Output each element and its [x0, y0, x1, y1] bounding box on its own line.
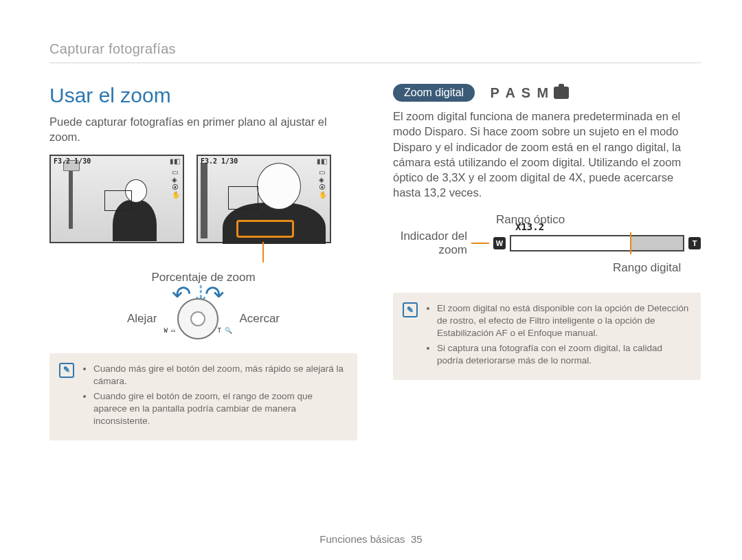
note-item: Si captura una fotografía con el zoom di…: [437, 342, 690, 367]
t-cap-icon: T: [688, 237, 701, 249]
zoom-dial-row: Alejar ↶ ⇣ ↷ W ▭ T 🔍 Acercar: [49, 298, 357, 339]
leader-line: [262, 242, 264, 262]
label-zoom-out: Alejar: [127, 312, 157, 326]
scene-mode-icon: [554, 87, 569, 99]
dial-t-label: T 🔍: [218, 327, 233, 334]
page-footer: Funciones básicas 35: [0, 533, 742, 545]
intro-text: Puede capturar fotografías en primer pla…: [49, 114, 357, 145]
screen-side-icons: ▭◈⦿✋: [319, 168, 327, 199]
zoom-range-diagram: Rango óptico Indicador del zoom W X13.2 …: [393, 213, 701, 275]
zoom-range-bar: X13.2: [510, 235, 684, 251]
label-zoom-in: Acercar: [239, 312, 280, 326]
zoom-dial: W ▭ T 🔍: [177, 298, 218, 339]
screen-side-icons: ▭◈⦿✋: [172, 168, 180, 199]
note-box-left: ✎ Cuando más gire el botón del zoom, más…: [49, 353, 357, 440]
note-icon: ✎: [59, 363, 74, 378]
w-cap-icon: W: [493, 237, 506, 249]
note-item: Cuando gire el botón de zoom, el rango d…: [93, 390, 346, 428]
screenshot-zoom-out: F3.2 1/30 ▮◧ ▭◈⦿✋: [49, 155, 184, 243]
page-title: Usar el zoom: [49, 84, 357, 107]
screenshot-row: F3.2 1/30 ▮◧ ▭◈⦿✋ F3.2 1/30 ▮◧ ▭◈⦿✋: [49, 155, 357, 243]
breadcrumb: Capturar fotografías: [49, 41, 701, 63]
note-icon: ✎: [403, 302, 418, 317]
mode-icons: P A S M: [491, 85, 570, 101]
digital-zoom-badge: Zoom digital: [393, 84, 475, 102]
dial-w-label: W ▭: [164, 327, 175, 334]
battery-icon: ▮◧: [317, 157, 327, 165]
overlay-exposure: F3.2 1/30: [54, 157, 91, 165]
digital-zoom-paragraph: El zoom digital funciona de manera prede…: [393, 109, 701, 201]
leader-line: [471, 243, 489, 244]
note-box-right: ✎ El zoom digital no está disponible con…: [393, 293, 701, 380]
battery-icon: ▮◧: [170, 157, 180, 165]
zoom-value-text: X13.2: [515, 221, 544, 232]
digital-range-label: Rango digital: [613, 261, 701, 275]
note-item: Cuando más gire el botón del zoom, más r…: [93, 363, 346, 388]
zoom-indicator-label: Indicador del zoom: [393, 229, 467, 257]
zoom-indicator-highlight: [236, 220, 294, 238]
overlay-exposure: F3.2 1/30: [201, 157, 238, 165]
note-item: El zoom digital no está disponible con l…: [437, 302, 690, 340]
screenshot-zoom-in: F3.2 1/30 ▮◧ ▭◈⦿✋: [196, 155, 331, 243]
